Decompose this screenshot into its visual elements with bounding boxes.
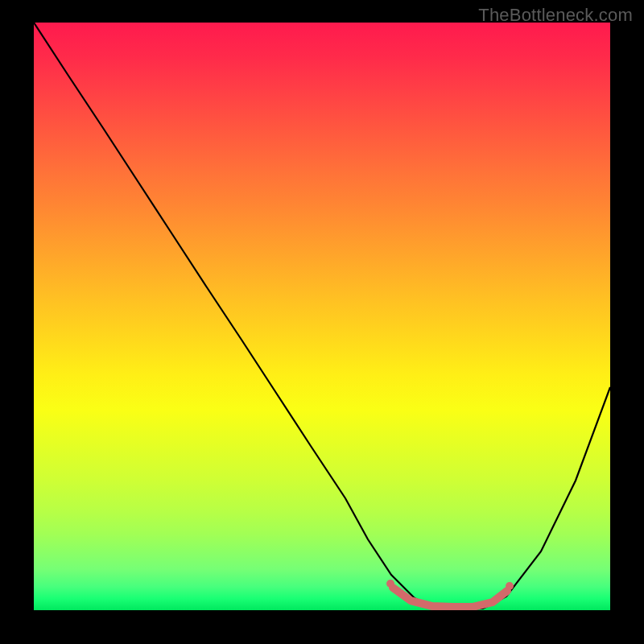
bottleneck-zone-overlay <box>393 588 507 607</box>
zone-dot <box>386 580 394 588</box>
zone-dot <box>506 582 514 590</box>
chart-plot-area <box>34 23 610 610</box>
bottleneck-curve <box>34 23 610 609</box>
chart-curve-layer <box>34 23 610 610</box>
watermark-label: TheBottleneck.com <box>478 5 633 26</box>
